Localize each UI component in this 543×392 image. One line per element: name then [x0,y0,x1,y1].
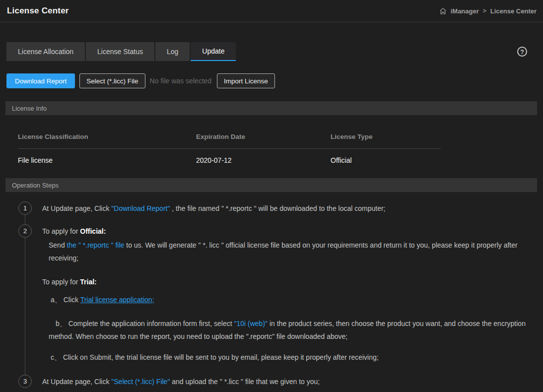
license-info-table: License Classification Expiration Date L… [18,115,441,164]
page-header: License Center iManager > License Center [0,0,543,22]
tab-update[interactable]: Update [191,42,236,61]
column-header-expiration-date: Expiration Date [196,133,331,140]
step-2-official-heading: To apply for Official: [42,225,106,238]
step-2-item-c: c、 Click on Submit, the trial license fi… [51,351,534,364]
tab-license-allocation[interactable]: License Allocation [6,42,85,61]
step-2-item-b: b、 Complete the application information … [49,317,533,343]
step-3-text: At Update page, Click "Select (*.licc) F… [42,375,320,388]
select-licc-file-button[interactable]: Select (*.licc) File [79,73,145,88]
column-header-license-classification: License Classification [18,133,196,140]
help-icon[interactable]: ? [517,47,527,57]
page-title: License Center [7,6,69,16]
step-3-number-badge: 3 [18,375,32,388]
breadcrumb-license-center[interactable]: License Center [490,7,537,15]
step-2-item-a: a、 Click Trial license application; [51,293,534,306]
breadcrumb-imanager[interactable]: iManager [451,7,479,15]
no-file-selected-text: No file was selected [150,77,212,85]
column-header-license-type: License Type [331,133,441,140]
license-info-section-header: License Info [5,101,537,115]
table-row: File license 2020-07-12 Official [18,149,441,164]
operation-steps-content: 1 At Update page, Click "Download Report… [0,192,543,392]
step-1-row: 1 At Update page, Click "Download Report… [0,201,543,215]
chevron-right-icon: > [483,7,486,14]
download-report-button[interactable]: Download Report [6,73,75,88]
step-1-number-badge: 1 [18,201,32,215]
import-license-button[interactable]: Import License [217,73,275,88]
tab-bar: License Allocation License Status Log Up… [6,42,527,61]
step-1-text: At Update page, Click "Download Report" … [42,202,385,215]
license-info-section-title: License Info [12,105,47,112]
trial-license-application-link[interactable]: Trial license application; [80,296,154,304]
tab-log[interactable]: Log [155,42,190,61]
update-toolbar: Download Report Select (*.licc) File No … [6,73,543,88]
cell-expiration-date: 2020-07-12 [196,156,331,164]
table-header-row: License Classification Expiration Date L… [18,115,441,149]
cell-license-type: Official [331,156,441,164]
operation-steps-section-title: Operation Steps [12,182,59,189]
step-2-official-paragraph: Send the " *.reportc " file to us. We wi… [49,239,534,264]
step-2-trial-heading: To apply for Trial: [42,275,543,288]
operation-steps-section-header: Operation Steps [5,178,537,192]
home-icon[interactable] [439,7,447,15]
tab-license-status[interactable]: License Status [86,42,154,61]
breadcrumb: iManager > License Center [439,7,537,15]
step-2-number-badge: 2 [18,224,32,238]
cell-license-classification: File license [18,156,196,164]
step-3-row: 3 At Update page, Click "Select (*.licc)… [0,375,543,388]
step-2-row: 2 To apply for Official: [0,224,543,238]
